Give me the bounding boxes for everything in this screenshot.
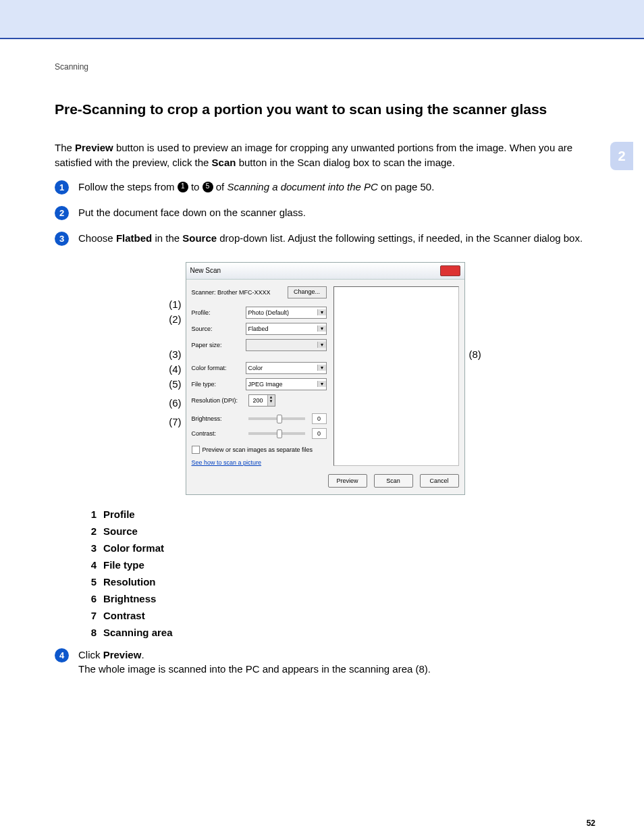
intro-paragraph: The Preview button is used to preview an… [55, 140, 595, 170]
step-badge-4: 4 [55, 648, 69, 662]
callout-7: (7) [169, 416, 181, 427]
contrast-value: 0 [312, 428, 327, 439]
step-2: 2 Put the document face down on the scan… [55, 205, 595, 220]
scan-button[interactable]: Scan [374, 474, 413, 488]
chevron-down-icon: ▾ [317, 365, 326, 371]
chevron-down-icon: ▾ [317, 381, 326, 387]
step-badge-2: 2 [55, 206, 69, 220]
dialog-title: New Scan [190, 267, 221, 274]
page-header: Scanning [55, 62, 595, 72]
change-button[interactable]: Change... [288, 286, 327, 298]
callout-5: (5) [169, 378, 181, 390]
step-4: 4 Click Preview. The whole image is scan… [55, 648, 595, 677]
step-badge-1: 1 [55, 180, 69, 194]
cancel-button[interactable]: Cancel [420, 474, 459, 488]
chevron-down-icon: ▾ [317, 309, 326, 315]
step-3: 3 Choose Flatbed in the Source drop-down… [55, 231, 595, 246]
figure: (1) (2) (3) (4) (5) (6) (7) New Scan Sca… [55, 262, 595, 495]
chevron-down-icon: ▾ [317, 342, 326, 348]
callout-3: (3) [169, 348, 181, 360]
callout-4: (4) [169, 363, 181, 375]
dark-bullet-1: 1 [178, 182, 188, 192]
close-icon[interactable] [440, 265, 460, 276]
contrast-slider[interactable] [248, 432, 305, 435]
step-badge-3: 3 [55, 232, 69, 246]
source-select[interactable]: Flatbed▾ [246, 323, 327, 335]
checkbox-label: Preview or scan images as separate files [203, 446, 313, 453]
preview-area[interactable] [333, 286, 459, 466]
color-format-label: Color format: [192, 365, 242, 371]
profile-select[interactable]: Photo (Default)▾ [246, 307, 327, 319]
paper-size-label: Paper size: [192, 342, 242, 348]
callout-1: (1) [169, 298, 181, 310]
source-label: Source: [192, 325, 242, 332]
top-banner [0, 0, 644, 39]
new-scan-dialog: New Scan Scanner: Brother MFC-XXXX Chang… [186, 262, 465, 495]
resolution-label: Resolution (DPI): [192, 397, 242, 404]
section-heading: Pre-Scanning to crop a portion you want … [55, 101, 595, 118]
file-type-select[interactable]: JPEG Image▾ [246, 378, 327, 390]
scanner-label: Scanner: Brother MFC-XXXX [192, 289, 284, 296]
callout-2: (2) [169, 313, 181, 325]
brightness-value: 0 [312, 413, 327, 424]
step-1: 1 Follow the steps from 1 to 5 of Scanni… [55, 180, 595, 194]
paper-size-select[interactable]: ▾ [246, 339, 327, 351]
separate-files-checkbox[interactable] [192, 446, 200, 454]
dark-bullet-5: 5 [203, 182, 213, 192]
color-format-select[interactable]: Color▾ [246, 362, 327, 374]
page-number: 52 [0, 818, 644, 834]
contrast-label: Contrast: [192, 430, 242, 437]
legend: 1Profile 2Source 3Color format 4File typ… [80, 509, 595, 638]
chapter-tab: 2 [610, 142, 633, 170]
brightness-label: Brightness: [192, 415, 242, 422]
chevron-down-icon: ▾ [317, 325, 326, 332]
scan-word: Scan [212, 157, 236, 168]
brightness-slider[interactable] [248, 417, 305, 420]
preview-button[interactable]: Preview [328, 474, 367, 488]
callout-6: (6) [169, 397, 181, 409]
help-link[interactable]: See how to scan a picture [192, 459, 262, 466]
preview-word: Preview [75, 142, 113, 153]
file-type-label: File type: [192, 381, 242, 388]
profile-label: Profile: [192, 309, 242, 316]
callout-8: (8) [469, 348, 495, 360]
resolution-stepper[interactable]: 200 ▲▼ [248, 394, 275, 407]
